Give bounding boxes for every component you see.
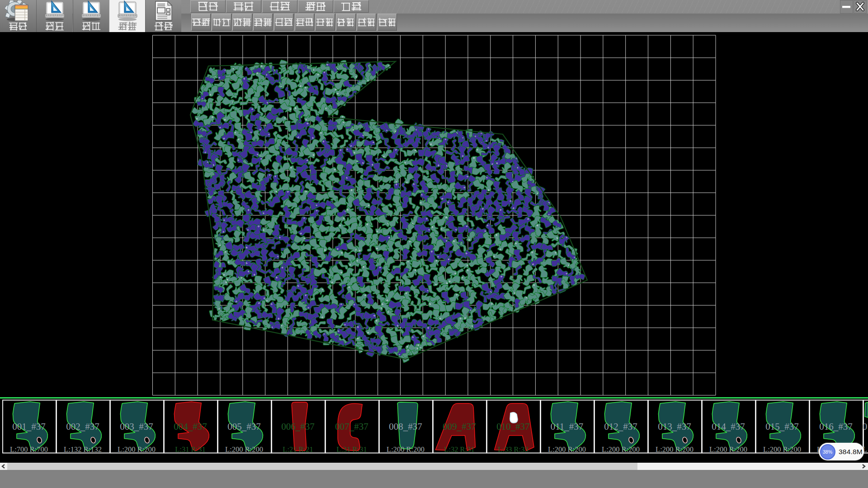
svg-text:L:33 R:33: L:33 R:33 bbox=[498, 445, 528, 454]
svg-text:L:200 R:200: L:200 R:200 bbox=[709, 445, 747, 454]
svg-text:L:200 R:200: L:200 R:200 bbox=[602, 445, 640, 454]
svg-text:011_#37: 011_#37 bbox=[551, 421, 584, 432]
svg-text:0: 0 bbox=[863, 421, 868, 432]
svg-text:016_#37: 016_#37 bbox=[819, 421, 853, 432]
svg-text:L:21 R:21: L:21 R:21 bbox=[283, 445, 313, 454]
svg-text:015_#37: 015_#37 bbox=[765, 421, 799, 432]
svg-text:L:31 R:31: L:31 R:31 bbox=[175, 445, 205, 454]
svg-text:001_#37: 001_#37 bbox=[12, 421, 46, 432]
svg-text:006_#37: 006_#37 bbox=[281, 421, 315, 432]
svg-text:L:32 R:31: L:32 R:31 bbox=[444, 445, 474, 454]
svg-text:013_#37: 013_#37 bbox=[658, 421, 691, 432]
svg-text:008_#37: 008_#37 bbox=[389, 421, 422, 432]
svg-text:L:200 R:200: L:200 R:200 bbox=[656, 445, 693, 454]
svg-text:004_#37: 004_#37 bbox=[174, 421, 207, 432]
svg-text:L:200 R:200: L:200 R:200 bbox=[225, 445, 263, 454]
svg-text:014_#37: 014_#37 bbox=[712, 421, 745, 432]
svg-text:009_#37: 009_#37 bbox=[443, 421, 476, 432]
svg-text:L:200 R:200: L:200 R:200 bbox=[118, 445, 156, 454]
svg-text:L:132 R:132: L:132 R:132 bbox=[64, 445, 102, 454]
svg-text:005_#37: 005_#37 bbox=[227, 421, 261, 432]
svg-text:L:200 R:200: L:200 R:200 bbox=[548, 445, 586, 454]
svg-text:007_#37: 007_#37 bbox=[335, 421, 368, 432]
svg-text:012_#37: 012_#37 bbox=[604, 421, 637, 432]
svg-text:L:700 R:700: L:700 R:700 bbox=[10, 445, 48, 454]
svg-text:L:31 R:31: L:31 R:31 bbox=[336, 445, 367, 454]
svg-text:002_#37: 002_#37 bbox=[66, 421, 99, 432]
svg-text:003_#37: 003_#37 bbox=[120, 421, 153, 432]
svg-text:L:200 R:200: L:200 R:200 bbox=[387, 445, 425, 454]
svg-text:010_#37: 010_#37 bbox=[496, 421, 530, 432]
svg-text:L:200 R:200: L:200 R:200 bbox=[763, 445, 801, 454]
